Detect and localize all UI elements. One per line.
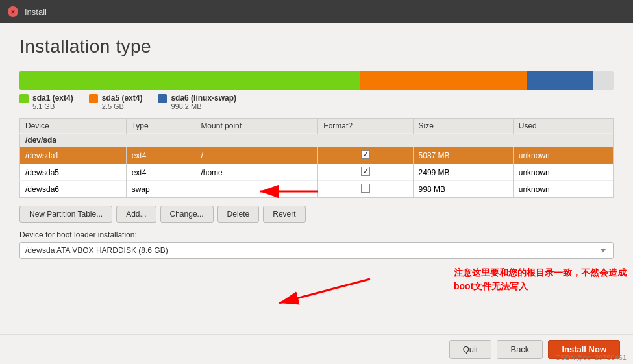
page-title: Installation type	[19, 36, 614, 57]
col-mount: Mount point	[195, 119, 318, 134]
install-now-button[interactable]: Install Now	[548, 340, 620, 359]
bottom-bar: Quit Back Install Now	[0, 334, 633, 364]
row2-size: 2499 MB	[413, 164, 513, 181]
checkbox-checked-icon	[361, 167, 370, 176]
row1-format	[318, 147, 413, 164]
partition-group-sda: /dev/sda	[20, 134, 614, 147]
legend-name-sda1: sda1 (ext4)	[32, 93, 73, 103]
row3-device: /dev/sda6	[20, 181, 127, 198]
window-title: Install	[25, 7, 47, 17]
revert-button[interactable]: Revert	[263, 206, 305, 223]
row2-used: unknown	[513, 164, 613, 181]
col-type: Type	[126, 119, 195, 134]
disk-segment-free	[593, 71, 614, 90]
content-area: sda1 (ext4) 5.1 GB sda5 (ext4) 2.5 GB sd…	[0, 64, 633, 334]
col-used: Used	[513, 119, 613, 134]
main-window: Installation type sda1 (ext4) 5.1 GB	[0, 23, 633, 364]
checkbox-checked-icon	[361, 150, 370, 159]
col-device: Device	[20, 119, 127, 134]
table-header-row: Device Type Mount point Format? Size Use…	[20, 119, 614, 134]
row1-type: ext4	[126, 147, 195, 164]
table-row[interactable]: /dev/sda1 ext4 / 5087 MB unknown	[20, 147, 614, 164]
back-button[interactable]: Back	[497, 340, 543, 359]
row2-format	[318, 164, 413, 181]
row3-format	[318, 181, 413, 198]
disk-bar-container: sda1 (ext4) 5.1 GB sda5 (ext4) 2.5 GB sd…	[19, 71, 614, 110]
legend-sda1: sda1 (ext4) 5.1 GB	[19, 93, 73, 110]
row3-type: swap	[126, 181, 195, 198]
row1-used: unknown	[513, 147, 613, 164]
row2-type: ext4	[126, 164, 195, 181]
row1-size: 5087 MB	[413, 147, 513, 164]
bootloader-select[interactable]: /dev/sda ATA VBOX HARDDISK (8.6 GB)	[19, 242, 614, 259]
row1-mount: /	[195, 147, 318, 164]
legend-color-sda6	[158, 94, 167, 103]
row3-used: unknown	[513, 181, 613, 198]
row3-mount	[195, 181, 318, 198]
row2-device: /dev/sda5	[20, 164, 127, 181]
new-partition-table-button[interactable]: New Partition Table...	[19, 206, 112, 223]
disk-legend: sda1 (ext4) 5.1 GB sda5 (ext4) 2.5 GB sd…	[19, 93, 614, 110]
col-format: Format?	[318, 119, 413, 134]
action-buttons: New Partition Table... Add... Change... …	[19, 206, 614, 223]
disk-segment-sda5	[360, 71, 527, 90]
group-label: /dev/sda	[20, 134, 614, 147]
disk-segment-sda1	[19, 71, 360, 90]
header: Installation type	[0, 23, 633, 64]
disk-bar	[19, 71, 614, 90]
delete-button[interactable]: Delete	[217, 206, 260, 223]
titlebar: × Install	[0, 0, 633, 23]
disk-segment-sda6	[527, 71, 593, 90]
checkbox-unchecked-icon	[361, 184, 370, 193]
legend-color-sda5	[89, 94, 98, 103]
legend-sda6: sda6 (linux-swap) 998.2 MB	[158, 93, 236, 110]
bootloader-label: Device for boot loader installation:	[19, 230, 614, 239]
legend-name-sda6: sda6 (linux-swap)	[171, 93, 236, 103]
change-button[interactable]: Change...	[160, 206, 214, 223]
legend-size-sda1: 5.1 GB	[32, 103, 73, 110]
close-button[interactable]: ×	[8, 6, 18, 17]
col-size: Size	[413, 119, 513, 134]
legend-size-sda6: 998.2 MB	[171, 103, 236, 110]
quit-button[interactable]: Quit	[449, 340, 492, 359]
legend-color-sda1	[19, 94, 29, 103]
legend-size-sda5: 2.5 GB	[102, 103, 143, 110]
add-button[interactable]: Add...	[116, 206, 156, 223]
table-row[interactable]: /dev/sda5 ext4 /home 2499 MB unknown	[20, 164, 614, 181]
legend-sda5: sda5 (ext4) 2.5 GB	[89, 93, 143, 110]
bootloader-section: Device for boot loader installation: /de…	[19, 230, 614, 259]
row1-device: /dev/sda1	[20, 147, 127, 164]
table-row[interactable]: /dev/sda6 swap 998 MB unknown	[20, 181, 614, 198]
row2-mount: /home	[195, 164, 318, 181]
partition-table: Device Type Mount point Format? Size Use…	[19, 118, 614, 198]
legend-name-sda5: sda5 (ext4)	[102, 93, 143, 103]
row3-size: 998 MB	[413, 181, 513, 198]
